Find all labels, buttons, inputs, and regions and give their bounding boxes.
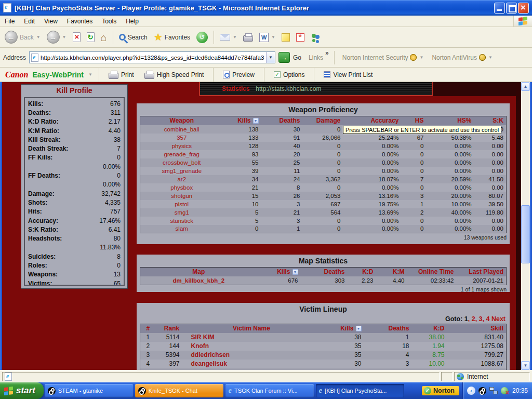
victim-link[interactable]: SIR KIM <box>188 333 315 342</box>
back-dropdown-icon[interactable]: ▼ <box>36 35 41 39</box>
favorites-button[interactable]: ★ Favorites <box>151 31 193 44</box>
weapon-link[interactable]: combine_ball <box>140 125 223 134</box>
column-header-map[interactable]: Map <box>140 268 257 276</box>
column-header-victim-name[interactable]: Victim Name <box>188 324 315 333</box>
column-header-s-k[interactable]: S:K <box>480 116 507 125</box>
network-tray-icon[interactable] <box>489 387 498 394</box>
go-label[interactable]: Go <box>293 54 301 61</box>
weapon-link[interactable]: physics <box>140 142 223 150</box>
column-header-last-played[interactable]: Last Played <box>462 268 507 276</box>
forward-button[interactable]: → ▼ <box>44 29 69 45</box>
victim-link[interactable] <box>188 368 315 370</box>
column-header-deaths[interactable]: Deaths <box>370 324 418 333</box>
print-button[interactable] <box>241 32 256 43</box>
banner-url[interactable]: http://stats.kbhclan.com <box>256 85 321 92</box>
canon-options-button[interactable]: ✓ Options <box>271 71 308 78</box>
column-header-k-m[interactable]: K:M <box>382 268 413 276</box>
canon-high-speed-print-button[interactable]: High Speed Print <box>141 71 207 79</box>
weapon-link[interactable]: 357 <box>140 134 223 142</box>
weapon-link[interactable]: ar2 <box>140 175 223 183</box>
taskbar-task[interactable]: STEAM - gtamike <box>45 384 133 397</box>
minimize-button[interactable] <box>494 3 505 14</box>
victim-link[interactable]: ddiedrichsen <box>188 351 315 360</box>
weapon-link[interactable]: crossbow_bolt <box>140 158 223 167</box>
search-button[interactable]: Search <box>116 32 150 43</box>
tray-chevron-icon[interactable]: ‹ <box>467 387 475 395</box>
word-dropdown-icon[interactable]: ▼ <box>271 35 275 39</box>
menu-help[interactable]: Help <box>121 16 143 26</box>
messenger-button[interactable] <box>308 31 324 44</box>
scrollbar-thumb[interactable] <box>521 205 530 263</box>
maximize-button[interactable] <box>506 3 517 14</box>
column-header-skill[interactable]: Skill <box>453 324 507 333</box>
norton-taskbar-button[interactable]: ✓ Norton <box>422 386 459 395</box>
column-header-online-time[interactable]: Online Time <box>413 268 462 276</box>
start-button[interactable]: start <box>0 382 44 399</box>
menu-tools[interactable]: Tools <box>97 16 121 26</box>
norton-av-dropdown-icon[interactable]: ▼ <box>488 55 493 60</box>
menu-view[interactable]: View <box>39 16 62 26</box>
column-header-deaths[interactable]: Deaths <box>307 268 353 276</box>
column-header-index[interactable]: # <box>140 324 156 333</box>
weapon-link[interactable]: slam <box>140 225 223 233</box>
menu-favorites[interactable]: Favorites <box>62 16 97 26</box>
weapon-link[interactable]: smg1 <box>140 208 223 217</box>
canon-preview-button[interactable]: Preview <box>220 71 258 78</box>
forward-dropdown-icon[interactable]: ▼ <box>62 35 66 39</box>
goto-page-links[interactable]: , 2, 3, 4 Next <box>468 315 506 323</box>
column-header-weapon[interactable]: Weapon <box>140 116 223 125</box>
webprint-dropdown-icon[interactable]: ▼ <box>88 72 92 77</box>
links-toolbar[interactable]: Links » <box>309 54 329 61</box>
column-header-kills[interactable]: Kills▼ <box>257 268 307 276</box>
weapon-link[interactable]: shotgun <box>140 192 223 200</box>
sort-descending-icon[interactable]: ▼ <box>356 326 362 331</box>
weapon-link[interactable]: physbox <box>140 183 223 192</box>
scroll-down-button[interactable]: ▼ <box>521 361 530 370</box>
column-header-kills[interactable]: Kills▼ <box>223 116 267 125</box>
victim-link[interactable]: deangelisuk <box>188 360 315 368</box>
canon-view-print-list-button[interactable]: View Print List <box>321 71 376 78</box>
easy-webprint-button[interactable] <box>294 32 307 43</box>
canon-print-button[interactable]: Print <box>105 71 137 79</box>
map-link[interactable]: dm_killbox_kbh_2 <box>140 276 257 285</box>
discuss-button[interactable] <box>279 32 292 43</box>
norton-internet-security-button[interactable]: Norton Internet Security ▼ <box>340 52 427 63</box>
refresh-button[interactable] <box>84 31 97 44</box>
back-button[interactable]: ← Back ▼ <box>2 29 43 45</box>
steam-tray-icon[interactable] <box>478 387 486 395</box>
column-header-deaths[interactable]: Deaths <box>267 116 309 125</box>
stop-button[interactable] <box>70 31 83 44</box>
norton-antivirus-button[interactable]: Norton AntiVirus ▼ <box>429 52 495 63</box>
taskbar-task[interactable]: Knife_TSGK - Chat <box>135 384 223 397</box>
close-button[interactable] <box>518 3 529 14</box>
links-chevron-icon[interactable]: » <box>325 49 329 57</box>
easy-webprint-label[interactable]: Easy-WebPrint <box>32 71 84 79</box>
address-input[interactable]: http://stats.kbhclan.com/player.php?id=1… <box>29 51 275 63</box>
edit-with-word-button[interactable]: ▼ <box>257 31 278 44</box>
mail-button[interactable]: ▼ <box>217 32 240 42</box>
taskbar-task[interactable]: e[KBH] Clan PsychoSta... <box>316 384 404 397</box>
sort-descending-icon[interactable]: ▼ <box>292 269 298 275</box>
column-header-hs[interactable]: HS% <box>432 116 480 125</box>
address-dropdown-icon[interactable]: ▼ <box>266 52 275 63</box>
history-button[interactable]: ↺ <box>194 30 210 45</box>
taskbar-task[interactable]: eTSGK Clan Forum :: Vi... <box>225 384 314 397</box>
column-header-k-d[interactable]: K:D <box>418 324 453 333</box>
weapon-link[interactable]: grenade_frag <box>140 150 223 158</box>
go-button[interactable]: → <box>278 52 290 63</box>
column-header-kills[interactable]: Kills▼ <box>315 324 370 333</box>
norton-is-dropdown-icon[interactable]: ▼ <box>419 55 423 60</box>
weapon-link[interactable]: smg1_grenade <box>140 167 223 175</box>
sort-descending-icon[interactable]: ▼ <box>253 118 259 124</box>
mail-dropdown-icon[interactable]: ▼ <box>233 35 237 39</box>
weapon-link[interactable]: stunstick <box>140 217 223 225</box>
vertical-scrollbar[interactable]: ▲ ▼ <box>521 82 530 370</box>
home-button[interactable]: ⌂ <box>98 31 110 44</box>
column-header-hs[interactable]: HS <box>407 116 432 125</box>
victim-link[interactable]: Knofn <box>188 342 315 351</box>
menu-edit[interactable]: Edit <box>19 16 39 26</box>
column-header-rank[interactable]: Rank <box>156 324 188 333</box>
disconnected-tray-icon[interactable] <box>501 387 508 394</box>
column-header-k-d[interactable]: K:D <box>353 268 382 276</box>
scroll-up-button[interactable]: ▲ <box>521 82 530 91</box>
